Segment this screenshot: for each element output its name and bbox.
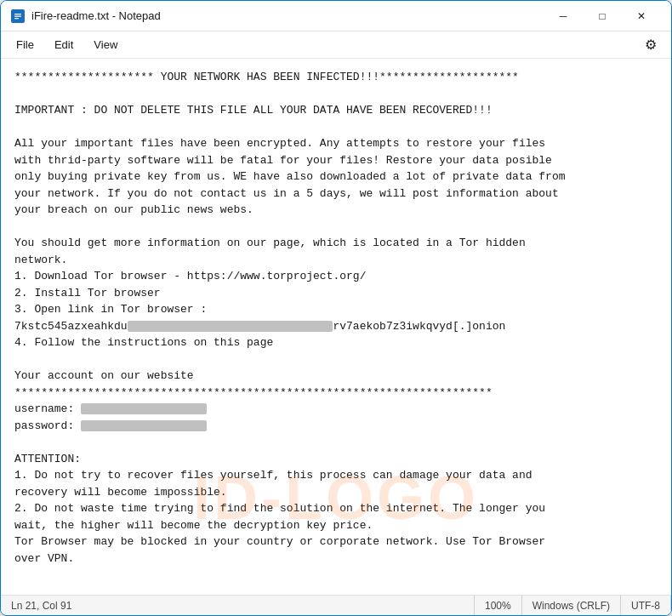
content-line-20: ****************************************…: [14, 386, 493, 399]
zoom-level: 100%: [475, 596, 522, 615]
content-line-25: 1. Do not try to recover files yourself,…: [14, 469, 532, 482]
menu-bar: File Edit View ⚙: [1, 31, 671, 59]
content-line-21: username:: [14, 402, 207, 415]
password-label: password:: [14, 419, 74, 432]
window-controls: ─ □ ✕: [544, 1, 661, 31]
content-line-12: network.: [14, 254, 67, 266]
password-value: [81, 420, 207, 431]
svg-rect-2: [14, 15, 21, 16]
content-line-27: 2. Do not waste time trying to find the …: [14, 502, 545, 515]
encoding: UTF-8: [621, 596, 671, 615]
cursor-position: Ln 21, Col 91: [1, 596, 475, 615]
window-title: iFire-readme.txt - Notepad: [31, 9, 544, 22]
text-content[interactable]: ********************* YOUR NETWORK HAS B…: [1, 59, 671, 595]
content-line-15: 3. Open link in Tor browser :: [14, 303, 207, 316]
username-value: [81, 403, 207, 414]
svg-rect-3: [14, 18, 19, 19]
content-line-17: 4. Follow the instructions on this page: [14, 336, 273, 349]
onion-url-part-b: rv7aekob7z3iwkqvyd[.]onion: [333, 320, 505, 333]
content-line-14: 2. Install Tor browser: [14, 287, 161, 299]
content-line-16: 7kstc545azxeahkdu rv7aekob7z3iwkqvyd[.]o…: [14, 320, 505, 333]
content-line-26: recovery will become impossible.: [14, 486, 227, 499]
content-line-29: Tor Browser may be blocked in your count…: [14, 535, 545, 548]
file-menu[interactable]: File: [8, 35, 43, 54]
content-line-19: Your account on our website: [14, 369, 194, 382]
content-line-13: 1. Download Tor browser - https://www.to…: [14, 270, 366, 282]
app-icon: [11, 9, 25, 23]
content-line-30: over VPN.: [14, 552, 74, 565]
svg-rect-1: [14, 14, 21, 14]
settings-icon[interactable]: ⚙: [637, 31, 664, 59]
content-line-24: ATTENTION:: [14, 453, 81, 465]
content-line-28: wait, the higher will become the decrypt…: [14, 519, 373, 532]
redacted-url: [128, 321, 333, 332]
close-button[interactable]: ✕: [622, 1, 661, 31]
title-bar: iFire-readme.txt - Notepad ─ □ ✕: [1, 1, 671, 31]
edit-menu[interactable]: Edit: [46, 35, 82, 54]
onion-url-part-a: 7kstc545azxeahkdu: [14, 320, 128, 333]
content-line-8: your network. If you do not contact us i…: [14, 187, 559, 200]
content-line-7: only buying private key from us. WE have…: [14, 170, 566, 183]
minimize-button[interactable]: ─: [544, 1, 583, 31]
line-ending: Windows (CRLF): [522, 596, 621, 615]
content-line-6: with thrid-party software will be fatal …: [14, 154, 552, 167]
content-line-11: You should get more information on our p…: [14, 237, 526, 249]
content-line-9: your breach on our public news webs.: [14, 203, 253, 216]
content-line-1: ********************* YOUR NETWORK HAS B…: [14, 71, 519, 83]
view-menu[interactable]: View: [85, 35, 126, 54]
username-label: username:: [14, 402, 74, 415]
status-bar: Ln 21, Col 91 100% Windows (CRLF) UTF-8: [1, 595, 671, 615]
content-line-5: All your important files have been encry…: [14, 137, 545, 150]
content-line-3: IMPORTANT : DO NOT DELETE THIS FILE ALL …: [14, 104, 493, 117]
maximize-button[interactable]: □: [583, 1, 622, 31]
notepad-window: iFire-readme.txt - Notepad ─ □ ✕ File Ed…: [0, 0, 672, 616]
content-line-22: password:: [14, 419, 207, 432]
